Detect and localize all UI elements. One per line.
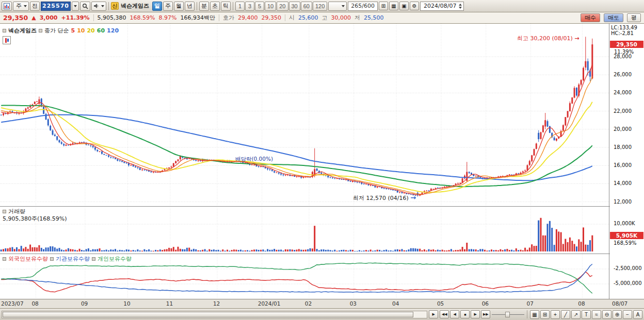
- hoga-label: 호가: [223, 14, 234, 22]
- timeframe-minute-button[interactable]: 분: [199, 2, 209, 11]
- chart-scrollbar[interactable]: [2, 311, 427, 318]
- price-change: 3,000: [40, 14, 58, 21]
- chart-type-combo[interactable]: 주: [13, 2, 29, 11]
- foreign-holdings-label: 외국인보유수량: [8, 255, 48, 263]
- chevron-down-icon: [342, 5, 345, 7]
- arrow-tool-icon[interactable]: ↗: [571, 310, 581, 319]
- turnover-ratio: 8.97%: [159, 14, 177, 21]
- crosshair-icon[interactable]: +: [551, 310, 560, 319]
- zoom-in-icon[interactable]: ⊕: [613, 310, 622, 319]
- interval-10-button[interactable]: 10: [265, 2, 276, 11]
- multi-window-icon[interactable]: ⊞: [540, 310, 550, 319]
- code-dropdown-button[interactable]: [72, 2, 79, 11]
- right-price-axis: LC:133,49 HC:-2,81 29,350 11.39% 10,000K…: [610, 24, 644, 299]
- top-toolbar: 주 전 225570 신 넥슨게임즈 일 주 월 년 분 초 틱 1351020…: [0, 0, 644, 12]
- zoom-out-icon[interactable]: ⊖: [602, 310, 611, 319]
- timeframe-day-button[interactable]: 일: [152, 2, 162, 11]
- sell-button[interactable]: 매도: [604, 13, 623, 22]
- buy-button[interactable]: 매수: [581, 13, 600, 22]
- x-axis-label: 06: [482, 300, 489, 307]
- interval-30-button[interactable]: 30: [289, 2, 300, 11]
- bottom-toolbar: ▶ ◀◀◀■▶▶▶ ▦⊞+╱↗T≈⊖⊕−A: [0, 308, 644, 320]
- timeframe-week-button[interactable]: 주: [163, 2, 173, 11]
- x-axis-label: 11: [166, 300, 173, 307]
- timeframe-second-button[interactable]: 초: [210, 2, 220, 11]
- x-axis-label: 08: [31, 300, 38, 307]
- right-arrow-icon: →: [574, 35, 579, 42]
- divider: [197, 2, 197, 10]
- price-tick-label: 14,000: [614, 180, 632, 186]
- interval-1-button[interactable]: 1: [235, 2, 245, 11]
- legend-ma-10: 10: [77, 27, 85, 34]
- interval-5-button[interactable]: 5: [255, 2, 264, 11]
- price-tick-label: 22,000: [614, 108, 632, 114]
- sound-alert-combo[interactable]: [91, 2, 106, 11]
- low-annotation: 최저 12,570 (04/16) →: [353, 194, 416, 202]
- font-icon[interactable]: A: [633, 310, 642, 319]
- volume-legend: 거래량: [3, 208, 25, 215]
- fast-forward-icon[interactable]: ▶▶: [481, 310, 490, 318]
- stock-code-input[interactable]: 225570: [41, 2, 71, 11]
- minimize-icon[interactable]: −: [623, 310, 632, 319]
- holdings-legend: 외국인보유수량 기관보유수량 개인보유수량: [3, 255, 132, 263]
- legend-bullet-icon: [3, 210, 6, 213]
- holdings-tick-label: -2,500,000: [614, 265, 642, 271]
- divider: [93, 14, 94, 21]
- timeframe-tick-button[interactable]: 틱: [221, 2, 231, 11]
- step-forward-icon[interactable]: ▶: [471, 310, 480, 318]
- legend-ma-5: 5: [71, 27, 75, 34]
- save-icon[interactable]: ▣: [399, 2, 409, 10]
- divider: [219, 14, 219, 21]
- zoom-slider-knob[interactable]: [505, 312, 510, 317]
- trendline-icon[interactable]: ╱: [561, 310, 570, 319]
- chart-style-button[interactable]: [3, 36, 11, 44]
- stop-icon[interactable]: ■: [460, 310, 470, 318]
- individual-holdings-label: 개인보유수량: [98, 255, 132, 263]
- chart-window-icon[interactable]: [2, 2, 12, 11]
- legend-ma-120: 120: [107, 27, 119, 34]
- average-button[interactable]: 평: [627, 13, 641, 22]
- settings-gear-icon[interactable]: ⚙: [410, 2, 419, 10]
- holdings-tick-label: -5,000,000: [614, 280, 642, 286]
- layout-icon[interactable]: ▦: [389, 2, 398, 10]
- ma-preset-combo[interactable]: [328, 2, 347, 11]
- timeframe-year-button[interactable]: 년: [185, 2, 195, 11]
- grid-layout-icon[interactable]: ▦: [530, 310, 539, 319]
- high-price: 30,000: [331, 14, 351, 21]
- low-price: 25,500: [364, 14, 384, 21]
- high-label: 고: [321, 14, 327, 22]
- legend-ma-20: 20: [87, 27, 94, 34]
- prev-button[interactable]: 전: [30, 2, 40, 11]
- x-axis-label: 05: [437, 300, 444, 307]
- legend-bullet-icon: [92, 257, 95, 261]
- zoom-slider[interactable]: [492, 311, 524, 318]
- text-tool-icon[interactable]: T: [582, 310, 591, 319]
- x-axis-label: 12: [213, 300, 220, 307]
- chart-type-combo-value: 주: [16, 2, 22, 10]
- scrollbar-thumb[interactable]: [3, 312, 413, 317]
- indicator-wave-icon[interactable]: ≈: [592, 310, 601, 319]
- new-chart-icon[interactable]: ⊞: [379, 2, 388, 10]
- timeframe-month-button[interactable]: 월: [174, 2, 184, 11]
- date-picker[interactable]: 2024/08/07: [420, 2, 464, 11]
- x-axis-label: 07: [526, 300, 533, 307]
- interval-120-button[interactable]: 120: [313, 2, 327, 11]
- x-axis-label: 2024/01: [258, 300, 281, 307]
- spinner-down-icon[interactable]: [459, 7, 462, 9]
- chart-area: 넥슨게임즈 종가 단순 5 10 20 60 120 최고 30,200 (08…: [0, 24, 644, 308]
- scroll-right-button[interactable]: ▶: [429, 310, 438, 318]
- hc-value: HC:-2,81: [611, 30, 634, 36]
- chevron-down-icon: [24, 5, 27, 7]
- search-icon[interactable]: [80, 2, 90, 11]
- date-spinner[interactable]: [459, 4, 462, 9]
- spinner-up-icon[interactable]: [459, 4, 462, 6]
- x-axis-end-label: 08/07: [612, 300, 627, 307]
- volume-title: 거래량: [8, 208, 25, 215]
- date-value: 2024/08/07: [424, 3, 456, 9]
- interval-20-button[interactable]: 20: [277, 2, 288, 11]
- step-backward-icon[interactable]: ◀: [450, 310, 459, 318]
- interval-60-button[interactable]: 60: [301, 2, 312, 11]
- interval-3-button[interactable]: 3: [245, 2, 254, 11]
- fast-backward-icon[interactable]: ◀◀: [440, 310, 449, 318]
- low-annotation-text: 최저 12,570 (04/16): [353, 195, 409, 201]
